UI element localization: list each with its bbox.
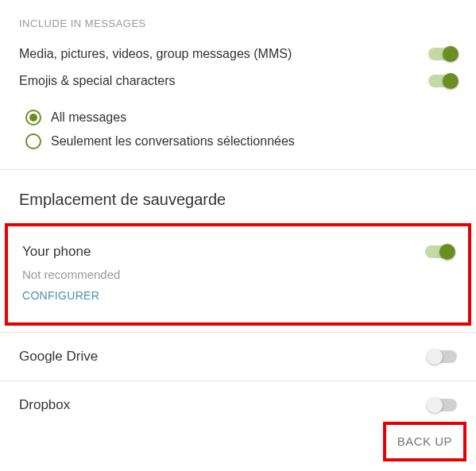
toggle-knob-icon [443, 73, 459, 89]
toggle-knob-icon [427, 397, 443, 413]
location-title: Emplacement de sauvegarde [0, 170, 476, 223]
radio-unselected-icon [25, 133, 41, 149]
setting-mms[interactable]: Media, pictures, videos, group messages … [0, 41, 476, 68]
radio-group-scope: All messages Seulement les conversations… [0, 95, 476, 169]
your-phone-sub: Not recommended [22, 268, 454, 281]
radio-selected-label: Seulement les conversations sélectionnée… [51, 134, 295, 149]
setting-emojis[interactable]: Emojis & special characters [0, 68, 476, 95]
toggle-knob-icon [427, 349, 443, 365]
include-header: INCLUDE IN MESSAGES [0, 17, 476, 41]
your-phone-label: Your phone [22, 244, 91, 260]
backup-button[interactable]: BACK UP [393, 434, 457, 448]
highlight-your-phone: Your phone Not recommended CONFIGURER [5, 223, 471, 326]
configure-link[interactable]: CONFIGURER [22, 289, 454, 302]
toggle-mms[interactable] [428, 48, 457, 60]
radio-all-messages[interactable]: All messages [25, 106, 457, 129]
toggle-your-phone[interactable] [425, 245, 454, 258]
radio-all-label: All messages [51, 110, 126, 125]
location-your-phone[interactable]: Your phone Not recommended CONFIGURER [22, 234, 454, 311]
toggle-knob-icon [443, 46, 459, 62]
toggle-gdrive[interactable] [428, 350, 457, 363]
toggle-knob-icon [439, 244, 455, 260]
gdrive-label: Google Drive [19, 349, 98, 365]
radio-selected-convos[interactable]: Seulement les conversations sélectionnée… [25, 129, 457, 153]
highlight-backup: BACK UP [383, 422, 466, 461]
setting-emojis-label: Emojis & special characters [19, 74, 176, 88]
dropbox-label: Dropbox [19, 397, 70, 413]
radio-selected-icon [25, 110, 41, 125]
bottom-bar: BACK UP [383, 422, 466, 461]
location-gdrive[interactable]: Google Drive [0, 333, 476, 380]
toggle-emojis[interactable] [428, 75, 457, 87]
setting-mms-label: Media, pictures, videos, group messages … [19, 47, 292, 61]
toggle-dropbox[interactable] [428, 399, 457, 411]
